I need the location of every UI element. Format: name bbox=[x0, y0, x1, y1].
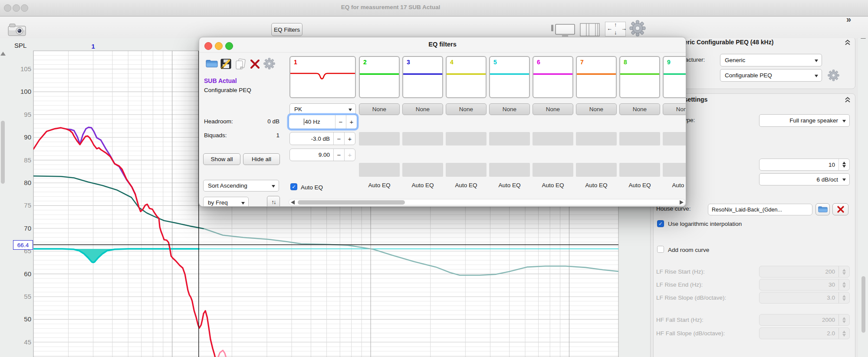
folder-open-icon[interactable] bbox=[206, 59, 218, 68]
y-axis-tick-label: 55 bbox=[24, 293, 31, 300]
filter-type-button-8[interactable]: None bbox=[619, 103, 660, 115]
filter-slot-number: 7 bbox=[580, 59, 584, 66]
frequency-increment-button[interactable]: + bbox=[346, 115, 357, 129]
window-titlebar: EQ for measurement 17 SUB Actual bbox=[0, 0, 868, 17]
disabled-q-field bbox=[619, 163, 660, 177]
house-curve-field[interactable]: ResoNix_Laid-Back_(Gden... bbox=[708, 204, 812, 215]
collapse-chevron-icon[interactable] bbox=[844, 39, 851, 46]
add-room-curve-checkbox[interactable] bbox=[657, 246, 664, 253]
sort-mode-value: Sort Ascending bbox=[208, 182, 247, 189]
gain-increment-button[interactable]: + bbox=[344, 132, 355, 145]
filter1-frequency-value: 40 Hz bbox=[305, 119, 320, 125]
right-scrollbar-thumb[interactable] bbox=[861, 276, 865, 333]
apply-sort-button[interactable]: ↑↓ bbox=[267, 196, 280, 207]
log-interpolation-checkbox[interactable]: ✓ bbox=[657, 220, 664, 227]
overflow-chevron-icon[interactable]: » bbox=[846, 14, 851, 24]
left-scrollbar[interactable] bbox=[0, 48, 6, 357]
filter-slot-box-5[interactable]: 5 bbox=[489, 56, 530, 98]
window-minimize-button[interactable] bbox=[13, 4, 20, 12]
filter-strip-scrollbar-thumb[interactable] bbox=[298, 200, 405, 205]
gear-icon[interactable] bbox=[629, 20, 646, 36]
stepper-arrows-icon bbox=[838, 292, 849, 303]
pan-arrows-icon[interactable]: ↑ ↓ ← → bbox=[605, 22, 626, 36]
filter1-frequency-field[interactable]: 40 Hz − + bbox=[289, 115, 357, 129]
filter-slot-box-4[interactable]: 4 bbox=[446, 56, 487, 98]
window-zoom-button[interactable] bbox=[21, 4, 28, 12]
show-all-button[interactable]: Show all bbox=[203, 153, 240, 165]
target-row-spinner: 3.0 bbox=[759, 292, 850, 304]
eq-filters-button[interactable]: EQ Filters bbox=[271, 23, 302, 36]
filter-slot-box-3[interactable]: 3 bbox=[402, 56, 443, 98]
filter-type-button-4[interactable]: None bbox=[446, 103, 487, 115]
filter-type-button-5[interactable]: None bbox=[489, 103, 530, 115]
y-axis-tick-label: 100 bbox=[20, 88, 31, 95]
filter-type-dropdown-1[interactable]: PK bbox=[289, 103, 356, 115]
disabled-gain-field bbox=[533, 132, 573, 145]
y-axis-tick-label: 60 bbox=[24, 270, 31, 278]
house-curve-value: ResoNix_Laid-Back_(Gden... bbox=[712, 207, 782, 213]
house-curve-browse-button[interactable] bbox=[815, 203, 830, 215]
monitor-icon[interactable] bbox=[555, 24, 575, 37]
hide-all-label: Hide all bbox=[252, 156, 271, 162]
stepper-arrows-icon bbox=[838, 266, 849, 277]
filter-response-mini-line bbox=[533, 73, 572, 75]
filter-slot-box-8[interactable]: 8 bbox=[619, 56, 660, 98]
frequency-decrement-button[interactable]: − bbox=[335, 115, 346, 129]
save-filters-icon[interactable] bbox=[220, 57, 232, 69]
delete-filters-icon[interactable] bbox=[250, 59, 260, 69]
filter-slot-number: 5 bbox=[493, 59, 497, 66]
left-scrollbar-thumb[interactable] bbox=[1, 121, 5, 184]
gear-icon[interactable] bbox=[828, 69, 839, 81]
filter1-gain-field[interactable]: -3.0 dB − + bbox=[289, 132, 355, 145]
filter-type-button-9[interactable]: None bbox=[663, 103, 686, 115]
collapse-chevron-icon[interactable] bbox=[844, 96, 851, 103]
copy-filters-icon[interactable] bbox=[235, 58, 247, 70]
sort-mode-dropdown[interactable]: Sort Ascending bbox=[203, 180, 279, 192]
model-dropdown[interactable]: Configurable PEQ bbox=[720, 69, 822, 82]
disabled-q-field bbox=[446, 163, 487, 177]
log-interpolation-label: Use logarithmic interpolation bbox=[668, 221, 742, 227]
scroll-left-arrow-icon[interactable] bbox=[291, 200, 295, 205]
q-decrement-button[interactable]: − bbox=[333, 149, 344, 161]
auto-eq-label: Auto EQ bbox=[576, 182, 617, 188]
scroll-up-arrow-icon[interactable] bbox=[0, 52, 6, 56]
gain-decrement-button[interactable]: − bbox=[333, 132, 344, 145]
equaliser-name: Configurable PEQ bbox=[204, 87, 251, 93]
filter1-q-field[interactable]: 9.00 − + bbox=[289, 149, 355, 161]
gear-icon[interactable] bbox=[263, 58, 275, 69]
window-close-button[interactable] bbox=[4, 4, 11, 12]
filter-slot-number: 9 bbox=[667, 59, 671, 66]
filter-strip-scrollbar[interactable] bbox=[289, 199, 686, 205]
stepper-arrows-icon[interactable] bbox=[838, 159, 849, 170]
manufacturer-dropdown[interactable]: Generic bbox=[720, 54, 822, 66]
auto-eq-checkbox-1[interactable]: ✓ bbox=[290, 183, 297, 190]
house-curve-clear-button[interactable] bbox=[832, 203, 848, 215]
filter-type-button-6[interactable]: None bbox=[533, 103, 573, 115]
camera-icon[interactable] bbox=[8, 23, 26, 36]
filter-slot-box-2[interactable]: 2 bbox=[359, 56, 400, 98]
filter-slot-box-6[interactable]: 6 bbox=[533, 56, 573, 98]
filter-type-button-3[interactable]: None bbox=[402, 103, 443, 115]
disabled-q-field bbox=[576, 163, 617, 177]
speaker-type-dropdown[interactable]: Full range speaker bbox=[759, 114, 850, 127]
filter-slot-box-7[interactable]: 7 bbox=[576, 56, 617, 98]
hz-spinner[interactable]: 10 bbox=[759, 159, 850, 171]
equaliser-section-title: Generic Configurable PEQ (48 kHz) bbox=[672, 39, 773, 46]
filter-type-button-7[interactable]: None bbox=[576, 103, 617, 115]
q-increment-button[interactable]: + bbox=[344, 149, 355, 161]
show-all-label: Show all bbox=[210, 156, 233, 162]
sort-key-dropdown[interactable]: by Freq bbox=[203, 197, 249, 207]
spl-axis-label: SPL bbox=[14, 42, 26, 49]
filter-slot-box-1[interactable]: 1 bbox=[289, 56, 356, 98]
filter-slot-box-9[interactable]: 9 bbox=[663, 56, 686, 98]
columns-layout-icon[interactable] bbox=[580, 23, 600, 36]
slope-dropdown[interactable]: 6 dB/oct bbox=[759, 173, 850, 185]
right-scrollbar[interactable] bbox=[859, 33, 867, 357]
hide-all-button[interactable]: Hide all bbox=[243, 153, 280, 165]
sort-key-value: by Freq bbox=[208, 199, 228, 206]
speaker-type-value: Full range speaker bbox=[789, 117, 838, 124]
manufacturer-value: Generic bbox=[725, 57, 745, 63]
filter-type-button-2[interactable]: None bbox=[359, 103, 400, 115]
scroll-right-arrow-icon[interactable] bbox=[680, 200, 684, 205]
disabled-gain-field bbox=[489, 132, 530, 145]
